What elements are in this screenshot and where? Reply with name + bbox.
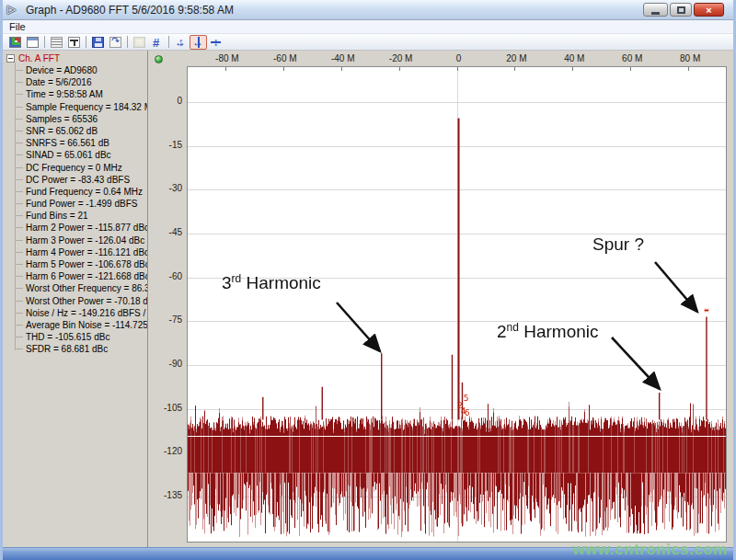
app-window: ▷ Graph - AD9680 FFT 5/6/2016 9:58:58 AM… xyxy=(0,0,736,560)
x-tick-label: 20 M xyxy=(506,53,526,63)
probe-icon xyxy=(68,37,80,48)
x-tick-label: 40 M xyxy=(564,53,584,63)
form-icon xyxy=(27,37,39,48)
close-button[interactable]: × xyxy=(694,3,724,17)
save-icon xyxy=(92,37,104,48)
tree-root-label: Ch. A FFT xyxy=(18,53,60,63)
tree-item: Device = AD9680 xyxy=(15,64,147,76)
tree-item: SNR = 65.062 dB xyxy=(15,125,147,137)
fft-spectrum-canvas[interactable] xyxy=(188,67,726,542)
x-tick-label: 60 M xyxy=(622,53,642,63)
tree-item: Sample Frequency = 184.32 MHz xyxy=(15,101,147,113)
toolbar xyxy=(3,34,733,51)
tree-item: Fund Power = -1.499 dBFS xyxy=(15,198,147,210)
tree-item: Fund Frequency = 0.64 MHz xyxy=(15,186,147,198)
grid-toggle-button[interactable] xyxy=(148,35,166,50)
tree-item: Fund Bins = 21 xyxy=(15,210,147,222)
tree-item: Worst Other Frequency = 86.31 MHz xyxy=(15,282,147,294)
app-logo-icon: ▷ xyxy=(7,3,21,17)
main-content: Ch. A FFT Device = AD9680Date = 5/6/2016… xyxy=(3,51,733,547)
tree-item: DC Power = -83.43 dBFS xyxy=(15,174,147,186)
minimize-button[interactable] xyxy=(643,3,668,17)
tree-item: Time = 9:58:58 AM xyxy=(15,88,147,100)
y-tick-label: -135 xyxy=(153,490,182,500)
window-title: Graph - AD9680 FFT 5/6/2016 9:58:58 AM xyxy=(26,4,234,17)
graph-form-button[interactable] xyxy=(24,35,41,50)
tree-item: DC Frequency = 0 MHz xyxy=(15,162,147,174)
toolbar-separator xyxy=(168,36,169,48)
tree-item: Harm 4 Power = -116.121 dBc xyxy=(15,246,147,258)
toolbar-separator xyxy=(127,36,128,48)
tree-item: Harm 2 Power = -115.877 dBc xyxy=(15,222,147,234)
graph-properties-button[interactable] xyxy=(6,35,24,50)
swatch-icon xyxy=(133,37,145,48)
tree-item: Noise / Hz = -149.216 dBFS / Hz xyxy=(15,307,147,319)
tree-item: Worst Other Power = -70.18 dBFS xyxy=(15,295,147,307)
data-list-button[interactable] xyxy=(48,35,65,50)
menu-bar: File xyxy=(3,20,733,34)
minimize-icon xyxy=(651,12,660,15)
zoom-x-icon xyxy=(192,37,204,48)
results-tree: Ch. A FFT Device = AD9680Date = 5/6/2016… xyxy=(3,51,147,356)
grid-icon xyxy=(151,37,163,48)
pan-arrows-icon xyxy=(175,37,187,48)
tree-root[interactable]: Ch. A FFT xyxy=(6,52,147,64)
zoom-y-icon xyxy=(210,37,222,48)
toolbar-separator xyxy=(44,36,45,48)
x-tick-label: 80 M xyxy=(680,53,700,63)
color-swatch-button[interactable] xyxy=(131,35,148,50)
tree-item: Date = 5/6/2016 xyxy=(15,76,147,88)
y-tick-label: -15 xyxy=(153,140,182,150)
maximize-icon xyxy=(677,6,685,14)
y-tick-label: -75 xyxy=(153,314,182,325)
save-button[interactable] xyxy=(89,35,107,50)
tree-item: Average Bin Noise = -114.725 dBFS xyxy=(15,319,147,331)
zoom-horizontal-button[interactable] xyxy=(190,35,207,50)
tree-item: SINAD = 65.061 dBc xyxy=(15,149,147,161)
y-tick-label: 0 xyxy=(153,96,182,106)
x-tick-label: -20 M xyxy=(389,53,413,63)
tree-item: Samples = 65536 xyxy=(15,113,147,125)
fft-plot-area[interactable] xyxy=(187,66,727,543)
export-icon xyxy=(109,37,121,48)
chart-icon xyxy=(9,37,21,48)
maximize-button[interactable] xyxy=(670,3,692,17)
y-tick-label: -45 xyxy=(153,227,182,237)
list-icon xyxy=(51,37,63,48)
menu-item-file[interactable]: File xyxy=(3,21,32,32)
y-tick-label: -90 xyxy=(153,359,182,369)
y-tick-label: -60 xyxy=(153,271,182,281)
channel-active-indicator-icon xyxy=(155,55,163,63)
pan-button[interactable] xyxy=(172,35,190,50)
tree-item: Harm 6 Power = -121.668 dBc xyxy=(15,270,147,282)
x-tick-label: 0 xyxy=(456,53,462,63)
y-tick-label: -120 xyxy=(153,446,182,456)
export-button[interactable] xyxy=(107,35,124,50)
tree-item: Harm 5 Power = -106.678 dBc xyxy=(15,258,147,270)
tree-item-list: Device = AD9680Date = 5/6/2016Time = 9:5… xyxy=(15,64,147,356)
y-tick-label: -30 xyxy=(153,183,182,193)
collapse-toggle-icon[interactable] xyxy=(6,54,15,63)
watermark: www.cntronics.com xyxy=(573,541,728,559)
x-tick-label: -40 M xyxy=(331,53,355,63)
results-sidebar[interactable]: Ch. A FFT Device = AD9680Date = 5/6/2016… xyxy=(3,51,148,547)
title-bar[interactable]: ▷ Graph - AD9680 FFT 5/6/2016 9:58:58 AM… xyxy=(3,0,733,20)
tree-item: SNRFS = 66.561 dB xyxy=(15,137,147,149)
close-icon: × xyxy=(706,5,711,16)
x-tick-label: -80 M xyxy=(215,53,239,63)
y-tick-label: -105 xyxy=(153,403,182,413)
toolbar-separator xyxy=(86,36,86,48)
tree-item: SFDR = 68.681 dBc xyxy=(15,343,147,355)
x-tick-label: -60 M xyxy=(273,53,297,63)
plot-panel: -80 M-60 M-40 M-20 M020 M40 M60 M80 M 0-… xyxy=(151,51,730,547)
tree-item: THD = -105.615 dBc xyxy=(15,331,147,343)
cursor-probe-button[interactable] xyxy=(65,35,83,50)
zoom-vertical-button[interactable] xyxy=(207,35,224,50)
tree-item: Harm 3 Power = -126.04 dBc xyxy=(15,234,147,246)
